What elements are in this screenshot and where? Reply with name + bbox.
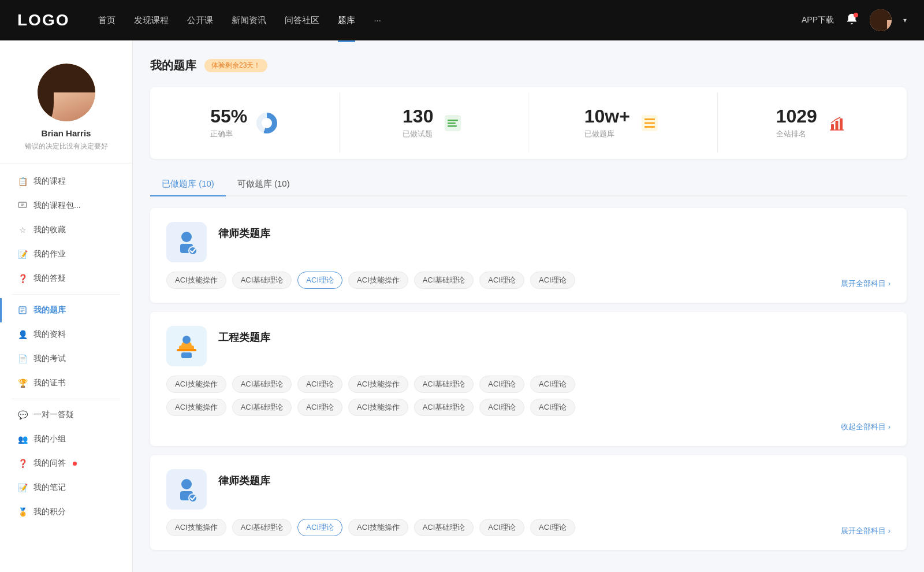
sidebar-item-favorites[interactable]: ☆ 我的收藏 bbox=[0, 218, 132, 242]
nav-item-opencourse[interactable]: 公开课 bbox=[187, 13, 213, 28]
qbank-1-tag-0[interactable]: ACI技能操作 bbox=[166, 272, 226, 289]
sidebar-item-notes[interactable]: 📝 我的笔记 bbox=[0, 476, 132, 500]
qbank-card-1: 律师类题库 ACI技能操作 ACI基础理论 ACI理论 ACI技能操作 ACI基… bbox=[150, 208, 907, 303]
qbank-3-tag-6[interactable]: ACI理论 bbox=[530, 519, 575, 536]
nav-item-more[interactable]: ··· bbox=[374, 13, 381, 28]
sidebar-item-questions[interactable]: ❓ 我的答疑 bbox=[0, 266, 132, 291]
qbank-2-r1-tag-1[interactable]: ACI基础理论 bbox=[232, 376, 292, 393]
qbank-2-r2-tag-2[interactable]: ACI理论 bbox=[297, 399, 342, 416]
qbank-3-tag-5[interactable]: ACI理论 bbox=[479, 519, 524, 536]
svg-rect-12 bbox=[644, 118, 655, 120]
nav-item-qbank[interactable]: 题库 bbox=[338, 13, 355, 28]
stat-banks-value: 10w+ bbox=[584, 107, 630, 125]
user-menu-chevron[interactable]: ▾ bbox=[903, 16, 907, 24]
qbank-2-collapse[interactable]: 收起全部科目 › bbox=[166, 422, 891, 432]
app-download-button[interactable]: APP下载 bbox=[802, 15, 834, 25]
exams-icon: 📄 bbox=[17, 354, 28, 364]
sidebar-item-course-packages[interactable]: 我的课程包... bbox=[0, 194, 132, 218]
notification-bell[interactable] bbox=[845, 13, 858, 28]
qbank-2-r2-tag-5[interactable]: ACI理论 bbox=[479, 399, 524, 416]
avatar-image bbox=[870, 9, 892, 31]
qbank-3-tag-0[interactable]: ACI技能操作 bbox=[166, 519, 226, 536]
qbank-1-tag-1[interactable]: ACI基础理论 bbox=[232, 272, 292, 289]
nav-item-home[interactable]: 首页 bbox=[98, 13, 116, 28]
sidebar-hair-side bbox=[38, 75, 54, 121]
nav-item-qa[interactable]: 问答社区 bbox=[285, 13, 319, 28]
sidebar-item-exams[interactable]: 📄 我的考试 bbox=[0, 347, 132, 371]
lawyer-icon bbox=[172, 228, 201, 257]
stat-banks-label: 已做题库 bbox=[584, 129, 630, 139]
sidebar-profile: Brian Harris 错误的决定比没有决定要好 bbox=[0, 40, 132, 164]
qbank-2-r2-tag-6[interactable]: ACI理论 bbox=[530, 399, 575, 416]
qbank-1-tag-3[interactable]: ACI技能操作 bbox=[348, 272, 408, 289]
qbank-2-r1-tag-5[interactable]: ACI理论 bbox=[479, 376, 524, 393]
qbank-3-tag-3[interactable]: ACI技能操作 bbox=[348, 519, 408, 536]
qbank-3-logo[interactable] bbox=[166, 469, 207, 510]
homework-label: 我的作业 bbox=[33, 249, 66, 259]
qbank-3-tag-2[interactable]: ACI理论 bbox=[297, 519, 342, 536]
qbank-1-tag-4[interactable]: ACI基础理论 bbox=[414, 272, 474, 289]
page-title: 我的题库 bbox=[150, 58, 196, 73]
qbank-1-tag-6[interactable]: ACI理论 bbox=[530, 272, 575, 289]
qbank-2-r1-tag-2[interactable]: ACI理论 bbox=[297, 376, 342, 393]
svg-rect-17 bbox=[840, 118, 843, 130]
favorites-icon: ☆ bbox=[17, 225, 28, 235]
certificates-label: 我的证书 bbox=[33, 378, 66, 388]
sidebar-item-group[interactable]: 👥 我的小组 bbox=[0, 427, 132, 451]
1to1-label: 一对一答疑 bbox=[33, 410, 74, 420]
qbank-3-info: 律师类题库 bbox=[218, 469, 270, 488]
qa-notification-dot bbox=[73, 462, 77, 466]
qbank-3-tag-4[interactable]: ACI基础理论 bbox=[414, 519, 474, 536]
sidebar-item-certificates[interactable]: 🏆 我的证书 bbox=[0, 371, 132, 395]
qbank-3-tag-1[interactable]: ACI基础理论 bbox=[232, 519, 292, 536]
tab-done[interactable]: 已做题库 (10) bbox=[150, 173, 226, 195]
pie-chart-icon bbox=[256, 113, 277, 133]
qbank-2-r1-tag-3[interactable]: ACI技能操作 bbox=[348, 376, 408, 393]
qbank-1-logo[interactable] bbox=[166, 222, 207, 262]
qbank-2-r1-tag-0[interactable]: ACI技能操作 bbox=[166, 376, 226, 393]
svg-rect-25 bbox=[181, 352, 192, 358]
1to1-icon: 💬 bbox=[17, 410, 28, 420]
svg-point-19 bbox=[181, 232, 192, 242]
sidebar-item-my-qa[interactable]: ❓ 我的问答 bbox=[0, 451, 132, 476]
svg-rect-13 bbox=[644, 122, 655, 124]
page-layout: Brian Harris 错误的决定比没有决定要好 📋 我的课程 我的课程包..… bbox=[0, 40, 924, 572]
questions-icon: ❓ bbox=[17, 273, 28, 284]
sidebar-item-profile[interactable]: 👤 我的资料 bbox=[0, 322, 132, 347]
qbank-3-header: 律师类题库 bbox=[166, 469, 891, 510]
nav-item-discover[interactable]: 发现课程 bbox=[134, 13, 169, 28]
stat-accuracy-icon bbox=[255, 112, 278, 135]
logo[interactable]: LOGO bbox=[17, 11, 69, 29]
sidebar-avatar[interactable] bbox=[38, 64, 95, 121]
sidebar-item-points[interactable]: 🏅 我的积分 bbox=[0, 500, 132, 524]
qbank-2-r1-tag-4[interactable]: ACI基础理论 bbox=[414, 376, 474, 393]
tab-todo[interactable]: 可做题库 (10) bbox=[226, 173, 301, 195]
qbank-2-r2-tag-4[interactable]: ACI基础理论 bbox=[414, 399, 474, 416]
qbank-2-r2-tag-3[interactable]: ACI技能操作 bbox=[348, 399, 408, 416]
sidebar-item-qbank[interactable]: 我的题库 bbox=[0, 298, 132, 322]
nav-item-news[interactable]: 新闻资讯 bbox=[232, 13, 266, 28]
sidebar-item-courses[interactable]: 📋 我的课程 bbox=[0, 169, 132, 194]
svg-rect-16 bbox=[835, 121, 838, 130]
qbank-2-r1-tag-6[interactable]: ACI理论 bbox=[530, 376, 575, 393]
courses-label: 我的课程 bbox=[33, 176, 66, 187]
qbank-2-tags-row1: ACI技能操作 ACI基础理论 ACI理论 ACI技能操作 ACI基础理论 AC… bbox=[166, 376, 891, 393]
user-avatar[interactable] bbox=[870, 9, 892, 31]
navbar: LOGO 首页 发现课程 公开课 新闻资讯 问答社区 题库 ··· APP下载 … bbox=[0, 0, 924, 40]
qbank-3-expand[interactable]: 展开全部科目 › bbox=[841, 526, 891, 536]
courses-icon: 📋 bbox=[17, 176, 28, 187]
main-content: 我的题库 体验剩余23天！ 55% 正确率 130 已做试题 bbox=[133, 40, 924, 572]
qbank-2-logo[interactable] bbox=[166, 326, 207, 366]
svg-point-24 bbox=[182, 336, 191, 344]
sidebar-item-homework[interactable]: 📝 我的作业 bbox=[0, 242, 132, 266]
qbank-1-tag-2[interactable]: ACI理论 bbox=[297, 272, 342, 289]
lawyer-icon-3 bbox=[172, 475, 201, 504]
svg-point-26 bbox=[181, 479, 192, 489]
qbank-2-r2-tag-1[interactable]: ACI基础理论 bbox=[232, 399, 292, 416]
qbank-2-r2-tag-0[interactable]: ACI技能操作 bbox=[166, 399, 226, 416]
sidebar-item-1to1[interactable]: 💬 一对一答疑 bbox=[0, 403, 132, 427]
stat-questions-icon bbox=[441, 112, 464, 135]
qbank-1-tag-5[interactable]: ACI理论 bbox=[479, 272, 524, 289]
group-label: 我的小组 bbox=[33, 434, 66, 444]
qbank-1-expand[interactable]: 展开全部科目 › bbox=[841, 278, 891, 289]
